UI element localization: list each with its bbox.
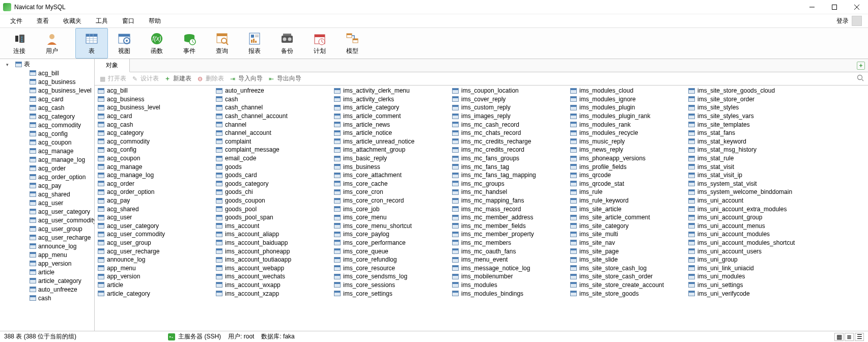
list-item[interactable]: ims_core_resource	[331, 264, 449, 272]
list-item[interactable]: ims_modules_recycle	[567, 129, 685, 137]
list-item[interactable]: ims_uni_modules	[685, 272, 803, 281]
tree-item[interactable]: acg_user_commodity	[0, 216, 94, 224]
list-item[interactable]: acg_commodity	[95, 137, 213, 146]
tree-item[interactable]: acg_business	[0, 77, 94, 86]
list-item[interactable]: acg_bill	[95, 87, 213, 95]
toolbar-table[interactable]: 表	[75, 28, 108, 59]
menu-help[interactable]: 帮助	[142, 15, 168, 27]
list-item[interactable]: ims_uni_group	[685, 255, 803, 264]
list-item[interactable]: app_menu	[95, 264, 213, 272]
list-item[interactable]: ims_basic_reply	[331, 154, 449, 163]
list-item[interactable]: ims_news_reply	[567, 146, 685, 154]
export-wizard-button[interactable]: ⇤导出向导	[268, 74, 301, 83]
list-item[interactable]: ims_core_sessions	[331, 281, 449, 290]
list-item[interactable]: acg_config	[95, 146, 213, 154]
menu-window[interactable]: 窗口	[115, 15, 142, 27]
list-item[interactable]: ims_modules_cloud	[567, 87, 685, 95]
list-item[interactable]: acg_pay	[95, 196, 213, 205]
tree-item[interactable]: acg_user_group	[0, 224, 94, 233]
login-area[interactable]: 登录	[836, 16, 865, 26]
list-item[interactable]: ims_mc_fans_tag	[449, 162, 567, 171]
toolbar-query[interactable]: 查询	[206, 28, 238, 59]
list-item[interactable]: ims_qrcode_stat	[567, 180, 685, 188]
list-item[interactable]: acg_user_category	[95, 222, 213, 231]
list-item[interactable]: ims_qrcode	[567, 171, 685, 180]
list-item[interactable]: ims_core_attachment	[331, 171, 449, 180]
list-item[interactable]: ims_uni_account_menus	[685, 222, 803, 231]
list-item[interactable]: ims_mc_mass_record	[449, 205, 567, 213]
tree-item[interactable]: acg_order_option	[0, 173, 94, 181]
list-item[interactable]: ims_activity_clerk_menu	[331, 87, 449, 95]
list-item[interactable]: acg_user_group	[95, 239, 213, 247]
list-item[interactable]: cash_channel_account	[213, 112, 331, 121]
list-item[interactable]: ims_site_store_order	[685, 95, 803, 104]
list-item[interactable]: ims_site_article_comment	[567, 213, 685, 222]
list-item[interactable]: goods_pool_span	[213, 213, 331, 222]
list-item[interactable]: acg_order	[95, 180, 213, 188]
list-item[interactable]: ims_core_sendsms_log	[331, 272, 449, 281]
list-item[interactable]: ims_account_xzapp	[213, 289, 331, 298]
list-item[interactable]: ims_mc_groups	[449, 180, 567, 188]
list-item[interactable]: ims_article_comment	[331, 112, 449, 121]
list-item[interactable]: ims_site_templates	[685, 120, 803, 129]
list-item[interactable]: acg_category	[95, 129, 213, 137]
list-item[interactable]: ims_stat_keyword	[685, 137, 803, 146]
import-wizard-button[interactable]: ⇥导入向导	[229, 74, 263, 83]
list-item[interactable]: ims_site_styles	[685, 103, 803, 112]
tree-item[interactable]: acg_category	[0, 112, 94, 121]
list-item[interactable]: ims_account	[213, 222, 331, 231]
list-item[interactable]: email_code	[213, 154, 331, 163]
list-item[interactable]: ims_modules_plugin_rank	[567, 112, 685, 121]
list-item[interactable]: acg_coupon	[95, 154, 213, 163]
toolbar-backup[interactable]: 备份	[271, 28, 303, 59]
list-item[interactable]: ims_mc_cash_record	[449, 120, 567, 129]
list-item[interactable]: ims_article_news	[331, 120, 449, 129]
list-item[interactable]: ims_uni_settings	[685, 281, 803, 290]
list-item[interactable]: ims_stat_fans	[685, 129, 803, 137]
minimize-button[interactable]	[801, 0, 823, 14]
tree-item[interactable]: acg_card	[0, 95, 94, 103]
list-item[interactable]: ims_mc_chats_record	[449, 129, 567, 137]
list-item[interactable]: article_category	[95, 289, 213, 298]
list-item[interactable]: ims_core_cache	[331, 180, 449, 188]
list-item[interactable]: ims_coupon_location	[449, 87, 567, 95]
list-item[interactable]: ims_rule	[567, 188, 685, 196]
list-item[interactable]: ims_mc_member_address	[449, 213, 567, 222]
tree-item[interactable]: acg_user_recharge	[0, 233, 94, 242]
menu-tools[interactable]: 工具	[89, 15, 115, 27]
list-item[interactable]: ims_mc_member_fields	[449, 222, 567, 231]
list-item[interactable]: ims_site_slide	[567, 255, 685, 264]
menu-view[interactable]: 查看	[30, 15, 56, 27]
list-item[interactable]: ims_uni_account_users	[685, 247, 803, 255]
list-item[interactable]: ims_system_stat_visit	[685, 180, 803, 188]
list-item[interactable]: article	[95, 281, 213, 290]
list-item[interactable]: ims_site_styles_vars	[685, 112, 803, 121]
list-item[interactable]: ims_menu_event	[449, 255, 567, 264]
list-item[interactable]: ims_phoneapp_versions	[567, 154, 685, 163]
delete-table-button[interactable]: ⊖删除表	[197, 74, 224, 83]
list-item[interactable]: ims_core_performance	[331, 239, 449, 247]
list-item[interactable]: ims_article_notice	[331, 129, 449, 137]
list-item[interactable]: ims_custom_reply	[449, 103, 567, 112]
tree-item[interactable]: acg_pay	[0, 181, 94, 190]
list-item[interactable]: ims_modules_rank	[567, 120, 685, 129]
list-item[interactable]: acg_shared	[95, 205, 213, 213]
list-item[interactable]: ims_site_store_cash_log	[567, 264, 685, 272]
list-item[interactable]: complaint_message	[213, 146, 331, 154]
list-item[interactable]: ims_attachment_group	[331, 146, 449, 154]
list-item[interactable]: ims_core_refundlog	[331, 255, 449, 264]
tree-item[interactable]: acg_cash	[0, 103, 94, 112]
toolbar-function[interactable]: f(x) 函数	[141, 28, 173, 59]
list-item[interactable]: ims_account_webapp	[213, 264, 331, 272]
list-item[interactable]: ims_system_welcome_binddomain	[685, 188, 803, 196]
toolbar-connect[interactable]: 连接	[3, 28, 36, 59]
list-item[interactable]: ims_site_store_goods_cloud	[685, 87, 803, 95]
list-item[interactable]: acg_user_commodity	[95, 230, 213, 239]
toolbar-model[interactable]: 模型	[336, 28, 369, 59]
list-item[interactable]: ims_mc_fans_groups	[449, 154, 567, 163]
toolbar-user[interactable]: 用户	[36, 28, 68, 59]
list-item[interactable]: ims_mobilenumber	[449, 272, 567, 281]
menu-favorites[interactable]: 收藏夹	[56, 15, 89, 27]
list-item[interactable]: ims_uni_account_modules_shortcut	[685, 239, 803, 247]
tree-item[interactable]: auto_unfreeze	[0, 285, 94, 294]
